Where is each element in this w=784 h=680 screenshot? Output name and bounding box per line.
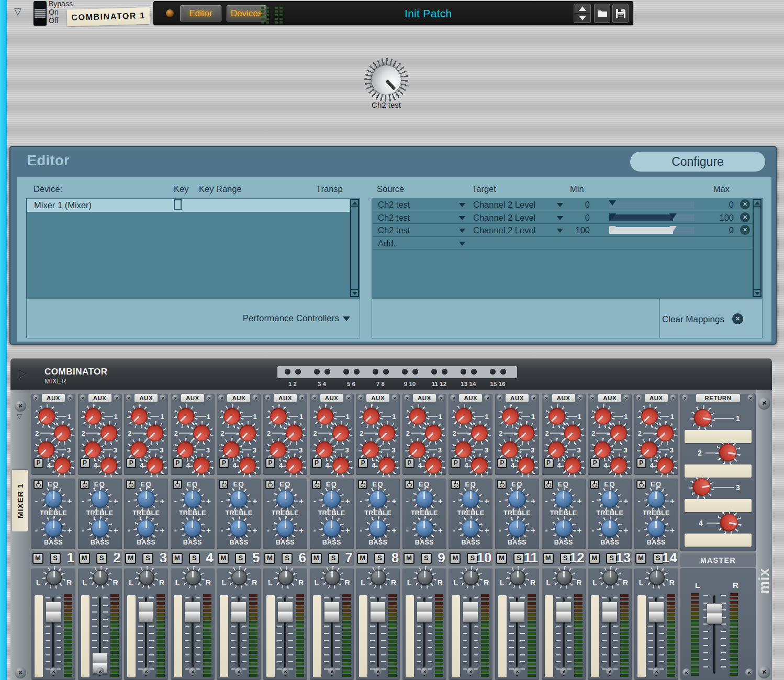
virtual-knob-ch2-test[interactable] <box>371 65 401 95</box>
device-list-scrollbar[interactable] <box>350 199 359 297</box>
return-3-knob[interactable] <box>693 478 711 496</box>
bass-knob[interactable] <box>44 519 62 537</box>
configure-button[interactable]: Configure <box>630 152 765 172</box>
aux-send-4-knob[interactable] <box>425 457 442 474</box>
aux-send-4-knob[interactable] <box>610 457 627 474</box>
pre-fader-button[interactable]: P <box>312 458 322 468</box>
pre-fader-button[interactable]: P <box>265 458 275 468</box>
aux-send-2-knob[interactable] <box>332 425 349 441</box>
aux-send-4-knob[interactable] <box>100 457 117 474</box>
bass-knob[interactable] <box>91 519 109 537</box>
aux-send-2-knob[interactable] <box>286 425 303 441</box>
bass-knob[interactable] <box>647 519 665 537</box>
pan-knob[interactable] <box>602 570 618 585</box>
bass-knob[interactable] <box>137 519 155 537</box>
channel-fader[interactable] <box>138 602 154 622</box>
patch-select-spinner[interactable] <box>574 4 591 23</box>
pan-knob[interactable] <box>324 570 340 585</box>
aux-send-3-knob[interactable] <box>641 441 657 458</box>
aux-send-1-knob[interactable] <box>85 408 102 425</box>
dropdown-arrow-icon[interactable] <box>459 242 465 246</box>
solo-button[interactable]: S <box>189 553 200 564</box>
mute-button[interactable]: M <box>218 553 229 564</box>
aux-send-1-knob[interactable] <box>177 408 194 425</box>
aux-send-1-knob[interactable] <box>548 408 565 425</box>
range-handle[interactable] <box>609 213 616 219</box>
pan-knob[interactable] <box>93 570 108 585</box>
aux-send-3-knob[interactable] <box>501 441 518 458</box>
channel-fader[interactable] <box>602 602 618 622</box>
aux-send-2-knob[interactable] <box>518 425 534 441</box>
bass-knob[interactable] <box>369 519 387 537</box>
range-handle[interactable] <box>669 213 677 219</box>
return-2-knob[interactable] <box>719 444 737 461</box>
aux-send-3-knob[interactable] <box>362 441 379 458</box>
mute-button[interactable]: M <box>311 553 322 564</box>
aux-send-4-knob[interactable] <box>193 457 210 474</box>
solo-button[interactable]: S <box>235 553 246 564</box>
mapping-range-slider[interactable] <box>609 201 695 208</box>
treble-knob[interactable] <box>230 490 248 508</box>
channel-fader[interactable] <box>509 602 525 622</box>
show-editor-button[interactable]: Editor <box>180 5 222 22</box>
treble-knob[interactable] <box>44 490 62 508</box>
mute-button[interactable]: M <box>543 553 554 564</box>
treble-knob[interactable] <box>323 490 341 508</box>
aux-send-1-knob[interactable] <box>502 408 519 425</box>
aux-send-2-knob[interactable] <box>610 425 627 441</box>
mute-button[interactable]: M <box>496 553 507 564</box>
pre-fader-button[interactable]: P <box>80 458 90 468</box>
scroll-up-icon[interactable] <box>754 200 760 207</box>
master-fader[interactable] <box>707 603 722 624</box>
bypass-switch[interactable] <box>33 1 47 26</box>
solo-button[interactable]: S <box>513 553 524 564</box>
pan-knob[interactable] <box>231 570 247 585</box>
aux-send-3-knob[interactable] <box>409 441 425 458</box>
aux-send-4-knob[interactable] <box>518 457 534 474</box>
treble-knob[interactable] <box>416 490 433 508</box>
aux-send-1-knob[interactable] <box>455 408 472 425</box>
solo-button[interactable]: S <box>282 553 293 564</box>
pre-fader-button[interactable]: P <box>33 458 43 468</box>
solo-button[interactable]: S <box>421 553 432 564</box>
aux-send-3-knob[interactable] <box>548 441 565 458</box>
channel-fader[interactable] <box>417 602 432 622</box>
pre-fader-button[interactable]: P <box>405 458 415 468</box>
pre-fader-button[interactable]: P <box>590 458 600 468</box>
pre-fader-button[interactable]: P <box>358 458 368 468</box>
pre-fader-button[interactable]: P <box>219 458 229 468</box>
treble-knob[interactable] <box>462 490 479 508</box>
key-checkbox[interactable] <box>174 199 182 210</box>
aux-send-3-knob[interactable] <box>223 441 240 458</box>
aux-send-2-knob[interactable] <box>147 425 163 441</box>
channel-fader[interactable] <box>46 602 61 622</box>
channel-fader[interactable] <box>648 602 664 622</box>
mute-button[interactable]: M <box>125 553 136 564</box>
pre-fader-button[interactable]: P <box>173 458 183 468</box>
treble-knob[interactable] <box>369 490 387 508</box>
treble-knob[interactable] <box>276 490 294 508</box>
pan-knob[interactable] <box>46 570 62 585</box>
dropdown-arrow-icon[interactable] <box>459 203 465 207</box>
aux-send-4-knob[interactable] <box>378 457 395 474</box>
aux-send-3-knob[interactable] <box>38 441 54 458</box>
aux-send-3-knob[interactable] <box>84 441 101 458</box>
return-1-knob[interactable] <box>694 409 712 427</box>
scroll-down-icon[interactable] <box>754 289 760 296</box>
aux-send-2-knob[interactable] <box>564 425 581 441</box>
mapping-range-slider[interactable] <box>609 214 695 221</box>
channel-fader[interactable] <box>370 602 386 622</box>
pan-knob[interactable] <box>139 570 154 585</box>
aux-send-4-knob[interactable] <box>332 457 349 474</box>
pan-knob[interactable] <box>649 570 665 585</box>
pre-fader-button[interactable]: P <box>497 458 507 468</box>
aux-send-4-knob[interactable] <box>147 457 163 474</box>
return-4-knob[interactable] <box>720 514 738 531</box>
channel-fader[interactable] <box>463 602 478 622</box>
pre-fader-button[interactable]: P <box>451 458 461 468</box>
aux-send-1-knob[interactable] <box>270 408 287 425</box>
dropdown-arrow-icon[interactable] <box>459 216 465 220</box>
aux-send-4-knob[interactable] <box>286 457 303 474</box>
device-name-tape[interactable]: COMBINATOR 1 <box>67 7 150 26</box>
bass-knob[interactable] <box>508 519 526 537</box>
